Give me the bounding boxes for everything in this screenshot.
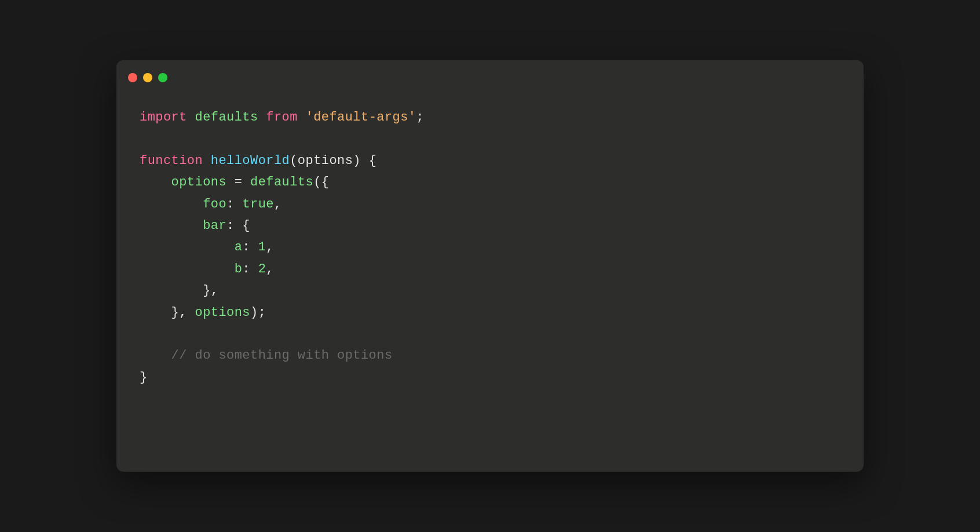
keyword-from: from: [266, 107, 298, 128]
code-line-7: a : 1 ,: [140, 236, 840, 258]
comma-8: ,: [266, 258, 274, 280]
function-params: (options) {: [290, 150, 376, 172]
colon-6: : {: [226, 215, 250, 236]
code-line-9: },: [140, 280, 840, 301]
code-window: import defaults from 'default-args' ; fu…: [116, 60, 864, 472]
comma-7: ,: [266, 236, 274, 258]
close-brace-13: }: [140, 367, 148, 388]
fn-defaults-call: defaults: [250, 172, 313, 193]
value-2: 2: [258, 258, 266, 280]
open-brace-paren: ({: [313, 172, 329, 193]
code-line-1: import defaults from 'default-args' ;: [140, 107, 840, 128]
var-options: options: [140, 172, 226, 193]
identifier-defaults: defaults: [187, 107, 266, 128]
code-line-4: options = defaults ({: [140, 172, 840, 193]
prop-foo: foo: [140, 194, 226, 215]
code-line-8: b : 2 ,: [140, 258, 840, 280]
equals-sign: =: [226, 172, 250, 193]
close-brace-9: },: [140, 280, 218, 301]
code-line-5: foo : true ,: [140, 194, 840, 215]
function-name: helloWorld: [203, 150, 290, 172]
code-line-6: bar : {: [140, 215, 840, 236]
close-brace-10: },: [140, 302, 195, 323]
titlebar: [116, 60, 864, 95]
code-line-10: }, options );: [140, 302, 840, 323]
close-button[interactable]: [128, 73, 137, 82]
semicolon-1: ;: [416, 107, 425, 128]
colon-5: :: [226, 194, 242, 215]
value-1: 1: [258, 236, 266, 258]
blank-line-2: [140, 128, 840, 150]
value-true: true: [242, 194, 274, 215]
code-line-13: }: [140, 367, 840, 388]
maximize-button[interactable]: [158, 73, 167, 82]
comment-text: // do something with options: [140, 345, 393, 366]
keyword-import: import: [140, 107, 187, 128]
code-editor: import defaults from 'default-args' ; fu…: [116, 95, 864, 411]
options-arg: options: [195, 302, 251, 323]
colon-7: :: [242, 236, 258, 258]
prop-a: a: [140, 236, 242, 258]
close-paren-10: );: [250, 302, 266, 323]
code-line-12: // do something with options: [140, 345, 840, 366]
prop-b: b: [140, 258, 242, 280]
string-default-args: 'default-args': [298, 107, 416, 128]
blank-line-11: [140, 323, 840, 345]
colon-8: :: [242, 258, 258, 280]
prop-bar: bar: [140, 215, 226, 236]
keyword-function: function: [140, 150, 203, 172]
code-line-3: function helloWorld (options) {: [140, 150, 840, 172]
minimize-button[interactable]: [143, 73, 152, 82]
comma-5: ,: [274, 194, 282, 215]
